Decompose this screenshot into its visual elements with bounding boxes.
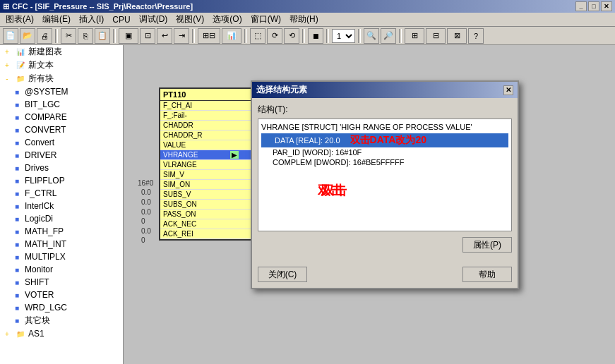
zoom-select[interactable]: 12 <box>332 29 355 43</box>
toolbar-sep2 <box>113 29 116 43</box>
block-name: PT110 <box>163 90 186 99</box>
menu-insert[interactable]: 插入(I) <box>75 12 108 27</box>
menu-options[interactable]: 选项(O) <box>208 12 246 27</box>
menu-debug[interactable]: 调试(D) <box>135 12 172 27</box>
menu-help[interactable]: 帮助(H) <box>285 12 323 27</box>
sidebar-item-logicdi[interactable]: ■ LogicDi <box>0 212 123 225</box>
tb-btn9[interactable]: ⟲ <box>284 28 299 44</box>
sidebar-item-drives[interactable]: ■ Drives <box>0 162 123 174</box>
tree-complem-label: COMPLEM [DWORD]: 16#BE5FFFFF <box>273 158 404 166</box>
sidebar-label-as1: AS1 <box>28 329 44 339</box>
block-icon9: ■ <box>11 188 23 199</box>
tb-btn1[interactable]: ▣ <box>119 28 138 44</box>
copy-btn[interactable]: ⎘ <box>78 28 93 44</box>
block-icon8: ■ <box>11 175 23 186</box>
main-area: + 📊 新建图表 + 📝 新文本 - 📁 所有块 ■ @SYSTEM ■ BIT… <box>0 45 615 364</box>
tb-help[interactable]: ? <box>468 28 484 44</box>
title-bar: ⊞ CFC - [SIF_Pressure -- SIS_Prj\Reactor… <box>0 0 615 13</box>
minimize-btn[interactable]: _ <box>575 1 587 11</box>
sidebar-label-other: 其它块 <box>25 315 50 327</box>
toolbar: 📄 📂 🖨 ✂ ⎘ 📋 ▣ ⊡ ↩ ⇥ ⊞⊟ 📊 ⬚ ⟳ ⟲ ⏹ 12 🔍 🔎 … <box>0 27 615 45</box>
text-icon: 📝 <box>15 60 26 71</box>
close-btn[interactable]: ✕ <box>601 1 612 11</box>
menu-view[interactable]: 视图(V) <box>172 12 208 27</box>
tree-data-label: DATA [REAL]: 20.0 <box>273 135 342 145</box>
sidebar-item-compare[interactable]: ■ COMPARE <box>0 111 123 123</box>
new-btn[interactable]: 📄 <box>3 28 18 44</box>
sidebar-item-interlck[interactable]: ■ InterlCk <box>0 200 123 212</box>
sidebar-item-flipflop[interactable]: ■ FLIPFLOP <box>0 174 123 187</box>
sidebar-item-math-fp[interactable]: ■ MATH_FP <box>0 225 123 238</box>
zoom-out-btn[interactable]: 🔎 <box>381 28 396 44</box>
sidebar-label-math-int: MATH_INT <box>25 239 66 249</box>
sidebar-item-math-int[interactable]: ■ MATH_INT <box>0 238 123 250</box>
toolbar-sep5 <box>302 29 305 43</box>
tb-extra3[interactable]: ⊠ <box>447 28 467 44</box>
sidebar-item-other[interactable]: ■ 其它块 <box>0 314 123 327</box>
sidebar-item-bit-lgc[interactable]: ■ BIT_LGC <box>0 98 123 111</box>
zoom-in-btn[interactable]: 🔍 <box>364 28 379 44</box>
tree-node-par-id[interactable]: PAR_ID [WORD]: 16#10F <box>261 147 508 157</box>
sidebar-item-f-ctrl[interactable]: ■ F_CTRL <box>0 187 123 200</box>
sidebar-item-system[interactable]: ■ @SYSTEM <box>0 85 123 98</box>
print-btn[interactable]: 🖨 <box>37 28 52 44</box>
tb-extra1[interactable]: ⊞ <box>405 28 424 44</box>
cut-btn[interactable]: ✂ <box>61 28 76 44</box>
sidebar-item-multiplx[interactable]: ■ MULTIPLX <box>0 250 123 263</box>
sidebar-item-shift[interactable]: ■ SHIFT <box>0 276 123 289</box>
block-icon14: ■ <box>11 251 23 262</box>
menu-chart[interactable]: 图表(A) <box>1 12 38 27</box>
sidebar-item-convert[interactable]: ■ CONVERT <box>0 123 123 136</box>
dialog-close-btn[interactable]: ✕ <box>503 85 513 95</box>
block-icon1: ■ <box>11 86 23 97</box>
sidebar-item-all-blocks[interactable]: - 📁 所有块 <box>0 72 123 85</box>
sidebar-item-voter[interactable]: ■ VOTER <box>0 289 123 301</box>
menu-edit[interactable]: 编辑(E) <box>38 12 75 27</box>
open-btn[interactable]: 📂 <box>20 28 35 44</box>
tb-extra2[interactable]: ⊟ <box>426 28 446 44</box>
tb-stop[interactable]: ⏹ <box>308 28 323 44</box>
sidebar-item-as1[interactable]: + 📁 AS1 <box>0 327 123 340</box>
struct-tree[interactable]: VHRANGE [STRUCT] 'HIGH RANGE OF PROCESS … <box>258 119 512 231</box>
sidebar-label-logicdi: LogicDi <box>25 214 53 224</box>
tb-btn5[interactable]: ⊞⊟ <box>198 28 220 44</box>
window-controls[interactable]: _ □ ✕ <box>575 1 612 11</box>
sidebar-label-new-chart: 新建图表 <box>28 46 62 58</box>
sidebar-label-voter: VOTER <box>25 290 54 300</box>
tree-node-data[interactable]: DATA [REAL]: 20.0 双击DATA改为20 <box>261 133 508 147</box>
tb-btn8[interactable]: ⟳ <box>267 28 282 44</box>
block-icon16: ■ <box>11 277 23 288</box>
sidebar-item-convert2[interactable]: ■ Convert <box>0 136 123 149</box>
sidebar-item-monitor[interactable]: ■ Monitor <box>0 263 123 276</box>
menu-window[interactable]: 窗口(W) <box>246 12 285 27</box>
block-icon6: ■ <box>11 150 23 161</box>
tb-btn4[interactable]: ⇥ <box>174 28 189 44</box>
tree-node-complem[interactable]: COMPLEM [DWORD]: 16#BE5FFFFF <box>261 157 508 167</box>
sidebar-item-new-text[interactable]: + 📝 新文本 <box>0 59 123 72</box>
struct-label: 结构(T): <box>258 104 512 116</box>
wire-label-0-sim-on: 0 <box>141 217 145 225</box>
help-button[interactable]: 帮助 <box>462 267 512 282</box>
sidebar-item-driver[interactable]: ■ DRIVER <box>0 149 123 162</box>
block-icon10: ■ <box>11 200 23 212</box>
menu-bar: 图表(A) 编辑(E) 插入(I) CPU 调试(D) 视图(V) 选项(O) … <box>0 13 615 27</box>
close-button[interactable]: 关闭(C) <box>258 267 307 282</box>
tb-btn3[interactable]: ↩ <box>157 28 172 44</box>
folder-icon1: 📁 <box>15 73 26 85</box>
tb-btn6[interactable]: 📊 <box>222 28 241 44</box>
tb-btn2[interactable]: ⊡ <box>140 28 155 44</box>
properties-button[interactable]: 属性(P) <box>462 237 512 253</box>
menu-cpu[interactable]: CPU <box>108 13 134 26</box>
sidebar-item-new-chart[interactable]: + 📊 新建图表 <box>0 45 123 59</box>
dialog-footer: 关闭(C) 帮助 <box>252 262 518 288</box>
block-icon7: ■ <box>11 162 23 174</box>
toolbar-sep4 <box>244 29 247 43</box>
block-icon19: ■ <box>11 315 23 327</box>
dialog-body: 结构(T): VHRANGE [STRUCT] 'HIGH RANGE OF P… <box>252 98 518 262</box>
app-icon: ⊞ <box>3 2 9 11</box>
paste-btn[interactable]: 📋 <box>95 28 110 44</box>
maximize-btn[interactable]: □ <box>588 1 599 11</box>
sidebar-item-wrd-lgc[interactable]: ■ WRD_LGC <box>0 301 123 314</box>
sidebar-label-monitor: Monitor <box>25 265 53 274</box>
tb-btn7[interactable]: ⬚ <box>250 28 265 44</box>
